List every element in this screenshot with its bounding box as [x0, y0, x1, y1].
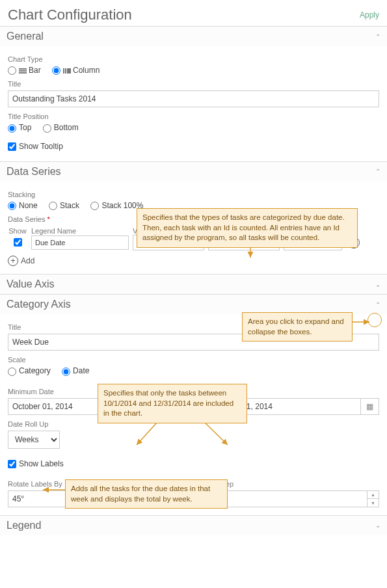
plus-icon: + [8, 256, 18, 266]
legend-name-input[interactable] [31, 235, 129, 250]
scale-category[interactable]: Category [8, 366, 51, 375]
calendar-icon[interactable]: ▦ [361, 398, 379, 415]
bar-icon [19, 68, 27, 74]
scale-date[interactable]: Date [62, 366, 89, 375]
stacking-none[interactable]: None [8, 201, 38, 210]
callout-data-series: Specifies that the types of tasks are ca… [137, 208, 358, 248]
chevron-up-icon: ⌃ [375, 168, 380, 175]
col-show: Show [8, 227, 27, 235]
chart-type-bar[interactable]: Bar [8, 66, 41, 75]
title-position-top[interactable]: Top [8, 123, 31, 132]
chevron-up-icon: ⌃ [375, 301, 380, 308]
stacking-stack-100[interactable]: Stack 100% [90, 201, 143, 210]
category-axis-heading: Category Axis [7, 299, 71, 310]
chart-type-label: Chart Type [8, 55, 379, 63]
value-axis-heading: Value Axis [7, 278, 55, 290]
title-position-bottom[interactable]: Bottom [43, 123, 79, 132]
value-axis-section-header[interactable]: Value Axis ⌄ [0, 274, 387, 294]
col-legend: Legend Name [31, 227, 129, 235]
rollup-select[interactable]: Weeks [8, 431, 60, 449]
apply-button[interactable]: Apply [360, 10, 379, 20]
page-title: Chart Configuration [8, 7, 132, 23]
callout-rollup: Adds all the tasks for the due dates in … [65, 479, 228, 509]
callout-ring [367, 313, 382, 327]
category-axis-section-header[interactable]: Category Axis ⌃ [0, 294, 387, 314]
data-series-section-header[interactable]: Data Series ⌃ [0, 161, 387, 181]
scale-label: Scale [8, 356, 379, 364]
title-input[interactable] [8, 90, 379, 107]
show-labels-checkbox[interactable]: Show Labels [8, 459, 64, 468]
stacking-stack[interactable]: Stack [49, 201, 79, 210]
general-section-header[interactable]: General ⌃ [0, 26, 387, 46]
title-position-label: Title Position [8, 113, 379, 120]
callout-expand: Area you click to expand and collapse th… [242, 312, 353, 341]
chart-type-column[interactable]: Column [52, 66, 100, 75]
spinner-up-icon[interactable]: ▲ [367, 491, 379, 500]
column-icon [63, 68, 71, 74]
callout-dates: Specifies that only the tasks between 10… [98, 384, 247, 423]
stacking-label: Stacking [8, 191, 379, 198]
chevron-down-icon: ⌄ [375, 281, 380, 288]
data-series-heading: Data Series [7, 166, 61, 178]
general-heading: General [7, 31, 44, 42]
chevron-up-icon: ⌃ [375, 33, 380, 40]
title-label: Title [8, 80, 379, 88]
legend-section-header[interactable]: Legend ⌄ [0, 515, 387, 535]
show-tooltip-checkbox[interactable]: Show Tooltip [8, 142, 63, 151]
spinner-down-icon[interactable]: ▼ [367, 499, 379, 507]
series-show-checkbox[interactable] [14, 238, 22, 247]
legend-heading: Legend [7, 520, 41, 531]
chevron-down-icon: ⌄ [375, 522, 380, 529]
add-series-button[interactable]: + Add [8, 256, 379, 266]
